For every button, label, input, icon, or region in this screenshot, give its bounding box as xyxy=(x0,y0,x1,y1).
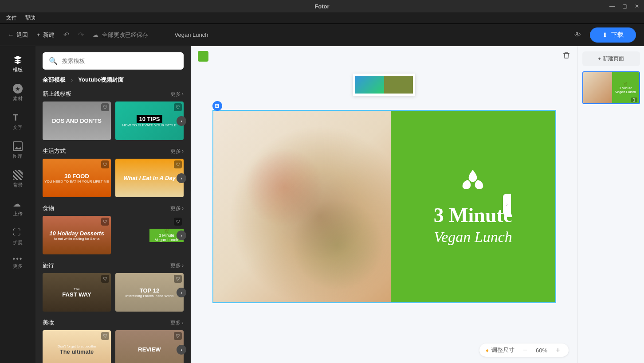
chevron-right-icon: › xyxy=(182,320,184,326)
favorite-icon[interactable]: ♡ xyxy=(101,160,109,168)
favorite-icon[interactable]: ♡ xyxy=(174,218,182,226)
add-page-label: 新建页面 xyxy=(603,55,624,62)
plus-icon: + xyxy=(598,56,601,62)
sidebar-item-background[interactable]: 背景 xyxy=(0,165,35,194)
canvas-body[interactable]: 🖼 3 Minute Vegan Lunch xyxy=(191,66,577,363)
favorite-icon[interactable]: ♡ xyxy=(101,218,109,226)
favorite-icon[interactable]: ♡ xyxy=(174,275,182,283)
texture-icon xyxy=(13,170,23,180)
favorite-icon[interactable]: ♡ xyxy=(101,332,109,340)
scroll-right-button[interactable]: › xyxy=(177,116,186,126)
back-button[interactable]: ← 返回 xyxy=(8,31,28,39)
favorite-icon[interactable]: ♡ xyxy=(174,160,182,168)
minimize-button[interactable]: — xyxy=(607,2,617,10)
star-circle-icon: ★ xyxy=(13,84,23,94)
scroll-right-button[interactable]: › xyxy=(177,345,186,355)
sidebar-item-templates[interactable]: 模板 xyxy=(0,50,35,78)
pages-panel: + 新建页面 🌿 3 Minute Vegan Lunch 1 xyxy=(577,46,644,363)
document-title[interactable]: Vegan Lunch xyxy=(175,31,208,38)
zoom-value: 60% xyxy=(536,347,547,354)
favorite-icon[interactable]: ♡ xyxy=(101,103,109,111)
sidebar-item-photos[interactable]: 图库 xyxy=(0,136,35,165)
section-title: 美妆 xyxy=(43,319,54,327)
template-thumb[interactable]: REVIEW♡ xyxy=(115,330,184,363)
template-thumb[interactable]: TOP 12Interesting Places in the World♡ xyxy=(115,273,184,312)
section-more[interactable]: 更多› xyxy=(170,90,184,98)
template-thumb[interactable]: 10 TIPSHOW TO ELEVATE YOUR STYLE♡ xyxy=(115,101,184,140)
cloud-upload-icon: ☁ xyxy=(13,199,23,209)
zoom-in-button[interactable]: + xyxy=(554,346,562,354)
title-bar: Fotor — ▢ ✕ xyxy=(0,0,644,12)
cloud-check-icon: ☁ xyxy=(93,31,98,38)
scroll-right-button[interactable]: › xyxy=(177,173,186,183)
zoom-out-button[interactable]: − xyxy=(521,346,530,354)
breadcrumb: 全部模板 › Youtube视频封面 xyxy=(35,74,191,87)
template-thumb[interactable]: 30 FOODYOU NEED TO EAT IN YOUR LIFETIME♡ xyxy=(43,159,111,197)
chevron-right-icon: › xyxy=(182,148,184,154)
resize-label: 调整尺寸 xyxy=(491,346,514,354)
sidebar-label: 图库 xyxy=(13,153,23,160)
undo-button[interactable]: ↶ xyxy=(63,31,69,39)
delete-button[interactable] xyxy=(562,51,570,61)
search-icon: 🔍 xyxy=(49,57,58,65)
search-input[interactable] xyxy=(62,58,177,64)
chevron-right-icon: › xyxy=(71,77,73,83)
canvas-image[interactable] xyxy=(213,111,391,302)
section-more[interactable]: 更多› xyxy=(170,262,184,269)
search-bar[interactable]: 🔍 xyxy=(43,52,184,70)
sidebar-item-elements[interactable]: ★ 素材 xyxy=(0,78,35,107)
resize-button[interactable]: ♦ 调整尺寸 xyxy=(486,346,514,354)
favorite-icon[interactable]: ♡ xyxy=(174,332,182,340)
sidebar-label: 模板 xyxy=(13,66,23,73)
menu-help[interactable]: 帮助 xyxy=(25,14,35,22)
section-more[interactable]: 更多› xyxy=(170,205,184,212)
sidebar-item-more[interactable]: ••• 更多 xyxy=(0,251,35,275)
scroll-right-button[interactable]: › xyxy=(177,230,186,240)
page-thumbnail[interactable]: 🌿 3 Minute Vegan Lunch 1 xyxy=(582,71,640,104)
menu-file[interactable]: 文件 xyxy=(6,14,17,22)
color-swatch[interactable] xyxy=(198,51,208,62)
preview-button[interactable]: 👁 xyxy=(574,31,581,39)
section-title: 生活方式 xyxy=(43,147,66,155)
template-thumb[interactable]: 10 Holiday Dessertsto eat while waiting … xyxy=(43,216,111,254)
image-badge-icon[interactable]: 🖼 xyxy=(212,101,222,111)
canvas-area: 🖼 3 Minute Vegan Lunch ♦ 调整尺寸 − 60% + › xyxy=(191,46,577,363)
floating-preview[interactable] xyxy=(353,74,415,96)
sidebar-item-upload[interactable]: ☁ 上传 xyxy=(0,194,35,222)
back-label: 返回 xyxy=(16,31,28,39)
download-button[interactable]: ⬇ 下载 xyxy=(590,27,636,43)
template-thumb[interactable]: What I Eat In A Day♡ xyxy=(115,159,184,197)
sidebar-item-expand[interactable]: ⛶ 扩展 xyxy=(0,222,35,251)
section-more[interactable]: 更多› xyxy=(170,319,184,327)
template-thumb[interactable]: TheFAST WAY♡ xyxy=(43,273,111,312)
canvas-subheadline[interactable]: Vegan Lunch xyxy=(434,229,512,246)
template-thumb[interactable]: DOS AND DON'TS♡ xyxy=(43,101,111,140)
scroll-right-button[interactable]: › xyxy=(177,288,186,297)
sidebar-item-text[interactable]: T 文字 xyxy=(0,107,35,136)
section-more[interactable]: 更多› xyxy=(170,148,184,155)
template-thumb[interactable]: Don't forget to subscribeThe ultimate♡ xyxy=(43,330,111,363)
left-sidebar: 模板 ★ 素材 T 文字 图库 背景 ☁ 上传 ⛶ 扩展 ••• 更多 xyxy=(0,46,35,363)
redo-button[interactable]: ↷ xyxy=(78,31,84,39)
download-label: 下载 xyxy=(611,31,624,39)
favorite-icon[interactable]: ♡ xyxy=(174,103,182,111)
collapse-panel-button[interactable]: ‹ xyxy=(190,191,191,218)
canvas-text-block[interactable]: 3 Minute Vegan Lunch xyxy=(391,111,555,302)
app-title: Fotor xyxy=(314,3,329,10)
leaf-icon: 🌿 xyxy=(164,229,169,233)
breadcrumb-root[interactable]: 全部模板 xyxy=(43,76,66,84)
add-page-button[interactable]: + 新建页面 xyxy=(582,51,640,66)
close-button[interactable]: ✕ xyxy=(632,2,642,10)
image-icon xyxy=(13,141,23,151)
expand-right-panel-button[interactable]: › xyxy=(503,194,511,216)
canvas-headline[interactable]: 3 Minute xyxy=(434,203,513,227)
template-thumb[interactable]: 🌿3 MinuteVegan Lunch♡ xyxy=(115,216,184,254)
save-status: ☁ 全部更改已经保存 xyxy=(93,31,148,39)
chevron-right-icon: › xyxy=(182,91,184,97)
maximize-button[interactable]: ▢ xyxy=(619,2,630,10)
page-number: 1 xyxy=(631,98,637,102)
section-title: 新上线模板 xyxy=(43,90,71,98)
favorite-icon[interactable]: ♡ xyxy=(101,275,109,283)
new-button[interactable]: + 新建 xyxy=(37,31,55,39)
menu-bar: 文件 帮助 xyxy=(0,12,644,24)
